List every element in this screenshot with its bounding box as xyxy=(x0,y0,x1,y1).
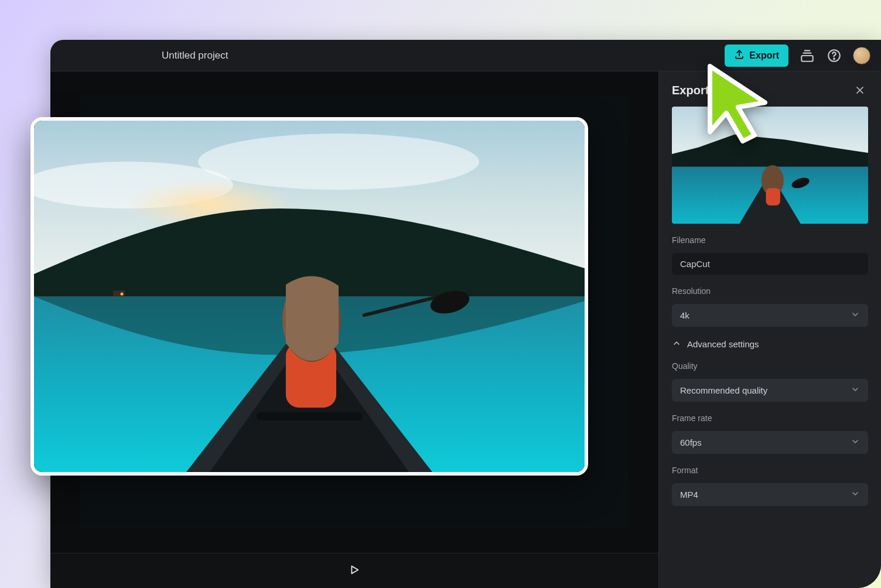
chevron-down-icon xyxy=(851,385,860,396)
advanced-settings-toggle[interactable]: Advanced settings xyxy=(672,339,868,350)
quality-value: Recommended quality xyxy=(680,385,767,395)
quality-label: Quality xyxy=(672,361,868,371)
resolution-value: 4k xyxy=(680,310,689,320)
svg-rect-0 xyxy=(801,56,813,61)
chevron-down-icon xyxy=(851,310,860,321)
export-button[interactable]: Export xyxy=(725,45,788,67)
upload-icon xyxy=(734,49,745,62)
quality-select[interactable]: Recommended quality xyxy=(672,379,868,402)
export-panel: Export xyxy=(658,71,881,588)
project-name[interactable]: Untitled project xyxy=(162,50,228,61)
format-label: Format xyxy=(672,466,868,475)
export-title: Export xyxy=(672,84,709,97)
svg-rect-7 xyxy=(766,188,780,206)
play-bar xyxy=(50,553,658,588)
titlebar: Untitled project Export xyxy=(50,40,881,71)
resolution-select[interactable]: 4k xyxy=(672,304,868,327)
svg-rect-21 xyxy=(257,412,362,421)
export-panel-header: Export xyxy=(659,71,881,107)
framerate-value: 60fps xyxy=(680,437,702,447)
advanced-settings-label: Advanced settings xyxy=(687,339,759,349)
help-circle-icon[interactable] xyxy=(826,47,842,64)
chevron-down-icon xyxy=(851,437,860,448)
play-icon[interactable] xyxy=(348,563,361,579)
chevron-down-icon xyxy=(851,489,860,500)
export-button-label: Export xyxy=(749,50,779,61)
close-button[interactable] xyxy=(852,82,868,98)
titlebar-right: Export xyxy=(725,45,870,67)
format-select[interactable]: MP4 xyxy=(672,483,868,506)
avatar[interactable] xyxy=(853,47,870,64)
framerate-select[interactable]: 60fps xyxy=(672,431,868,454)
tray-stack-icon[interactable] xyxy=(799,47,815,64)
filename-label: Filename xyxy=(672,235,868,245)
enlarged-preview xyxy=(30,117,588,476)
format-value: MP4 xyxy=(680,490,698,500)
export-panel-body: Filename Resolution 4k Advanced settings… xyxy=(659,107,881,506)
svg-point-2 xyxy=(834,58,835,59)
framerate-label: Frame rate xyxy=(672,413,868,423)
enlarged-preview-image xyxy=(34,121,585,472)
resolution-label: Resolution xyxy=(672,286,868,296)
chevron-up-icon xyxy=(672,339,681,350)
filename-input[interactable] xyxy=(672,253,868,275)
svg-point-15 xyxy=(121,293,124,296)
export-thumbnail xyxy=(672,107,868,224)
